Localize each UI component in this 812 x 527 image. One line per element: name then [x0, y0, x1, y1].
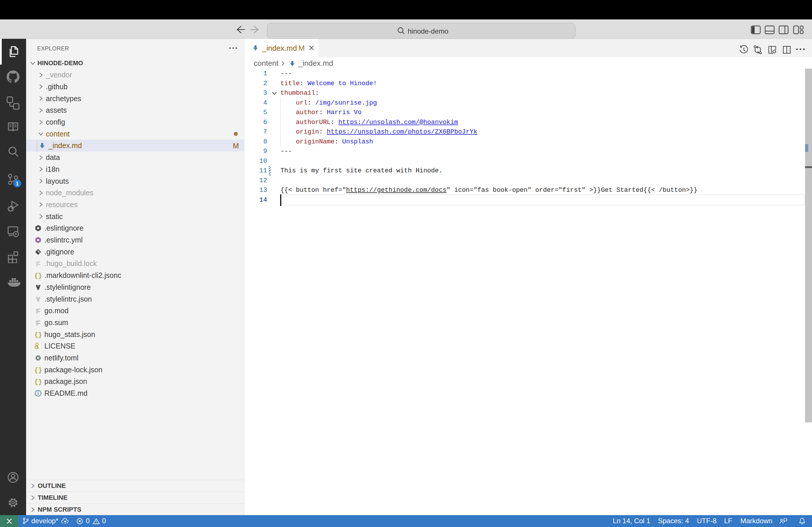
svg-text:{}: {} [34, 272, 42, 279]
svg-text:{}: {} [34, 378, 42, 385]
svg-text:{}: {} [34, 331, 42, 338]
svg-text:{}: {} [34, 367, 42, 374]
